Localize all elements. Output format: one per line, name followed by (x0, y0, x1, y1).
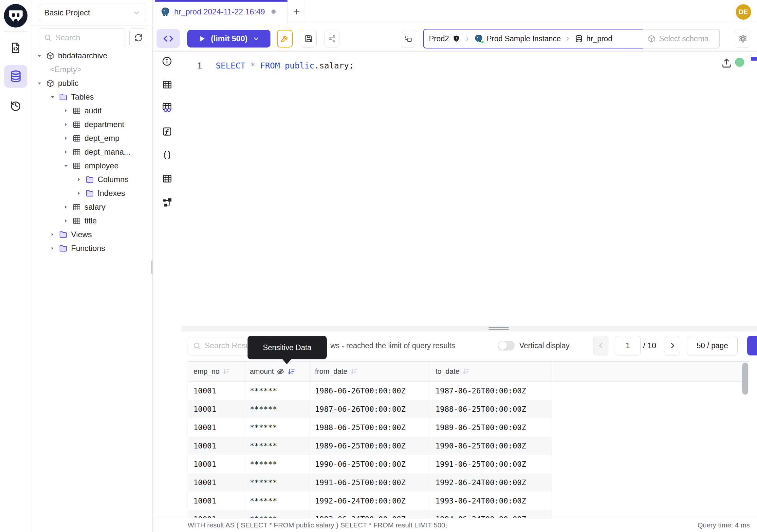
tree-item-indexes[interactable]: Indexes (31, 186, 153, 200)
add-tab-button[interactable]: + (288, 0, 306, 23)
cell-to-date[interactable]: 1987-06-26T00:00:00Z (430, 382, 552, 400)
cell-amount-masked[interactable]: ****** (244, 473, 309, 492)
tree-item-employee[interactable]: employee (31, 159, 153, 172)
next-page-button[interactable] (665, 336, 680, 356)
rail-worksheets-button[interactable] (4, 36, 27, 59)
schema-select[interactable]: Select schema (643, 29, 720, 48)
column-header-to-date[interactable]: to_date (430, 362, 552, 381)
vertical-display-toggle[interactable] (498, 341, 515, 351)
table-row[interactable]: 10001******1988-06-25T00:00:00Z1989-06-2… (188, 418, 750, 437)
tree-item-audit[interactable]: audit (31, 104, 153, 118)
connection-breadcrumb[interactable]: Prod2 Prod Sample Instance hr_prod (423, 29, 643, 48)
batch-query-button[interactable] (401, 30, 416, 47)
column-header-amount[interactable]: amount (244, 362, 309, 381)
cell-amount-masked[interactable]: ****** (244, 382, 309, 400)
table-row[interactable]: 10001******1992-06-24T00:00:00Z1993-06-2… (188, 492, 750, 510)
panel-splitter[interactable] (181, 326, 757, 331)
ai-assistant-button[interactable] (735, 30, 751, 47)
project-select[interactable]: Basic Project (39, 4, 146, 21)
code-panel-toggle[interactable] (157, 29, 180, 48)
tree-item-salary[interactable]: salary (31, 200, 153, 214)
column-header-from-date[interactable]: from_date (309, 362, 430, 381)
table-row[interactable]: 10001******1993-06-24T00:00:00Z1994-06-2… (188, 510, 750, 518)
cell-emp-no[interactable]: 10001 (188, 455, 244, 473)
cell-emp-no[interactable]: 10001 (188, 510, 244, 518)
table-row[interactable]: 10001******1987-06-26T00:00:00Z1988-06-2… (188, 400, 750, 418)
cell-amount-masked[interactable]: ****** (244, 418, 309, 437)
cell-emp-no[interactable]: 10001 (188, 400, 244, 418)
tree-item-public[interactable]: public (31, 76, 153, 90)
data-panel-button[interactable] (161, 172, 173, 184)
rail-databases-button[interactable] (4, 65, 27, 88)
table-body[interactable]: 10001******1986-06-26T00:00:00Z1987-06-2… (188, 382, 750, 518)
rail-history-button[interactable] (4, 94, 27, 117)
table-row[interactable]: 10001******1991-06-25T00:00:00Z1992-06-2… (188, 473, 750, 492)
tree-item-department[interactable]: department (31, 118, 153, 131)
cell-to-date[interactable]: 1994-06-24T00:00:00Z (430, 510, 552, 518)
bytebase-logo[interactable] (4, 4, 27, 27)
column-header-emp-no[interactable]: emp_no (188, 362, 244, 381)
sort-icon-active[interactable] (287, 367, 295, 376)
share-button[interactable] (324, 30, 340, 47)
tree-item-functions[interactable]: Functions (31, 241, 153, 255)
eye-off-icon[interactable] (276, 367, 285, 376)
tree-item-title[interactable]: title (31, 214, 153, 228)
tree-item-columns[interactable]: Columns (31, 172, 153, 186)
sql-editor[interactable] (181, 52, 757, 326)
page-size-select[interactable]: 50 / page (687, 336, 738, 356)
upload-sql-button[interactable] (721, 57, 733, 69)
schema-diagram-button[interactable] (161, 196, 173, 208)
cell-from-date[interactable]: 1990-06-25T00:00:00Z (309, 455, 430, 473)
tree-item-dept-manager[interactable]: dept_mana... (31, 145, 153, 159)
sensitive-data-panel-button[interactable] (161, 102, 173, 113)
cell-emp-no[interactable]: 10001 (188, 473, 244, 492)
cell-to-date[interactable]: 1989-06-25T00:00:00Z (430, 418, 552, 437)
table-row[interactable]: 10001******1986-06-26T00:00:00Z1987-06-2… (188, 382, 750, 400)
run-button[interactable]: (limit 500) (187, 30, 270, 47)
cell-amount-masked[interactable]: ****** (244, 492, 309, 510)
wrench-button[interactable] (277, 30, 293, 47)
chevron-down-icon[interactable] (252, 35, 260, 43)
sort-icon[interactable] (462, 367, 470, 375)
cell-from-date[interactable]: 1992-06-24T00:00:00Z (309, 492, 430, 510)
sidebar-search-input[interactable] (55, 33, 111, 42)
cell-from-date[interactable]: 1993-06-24T00:00:00Z (309, 510, 430, 518)
cell-from-date[interactable]: 1987-06-26T00:00:00Z (309, 400, 430, 418)
tree-item-bbdataarchive[interactable]: bbdataarchive (31, 49, 153, 63)
cell-emp-no[interactable]: 10001 (188, 437, 244, 455)
cell-amount-masked[interactable]: ****** (244, 455, 309, 473)
avatar[interactable]: DE (736, 4, 751, 20)
cell-amount-masked[interactable]: ****** (244, 400, 309, 418)
info-button[interactable] (161, 55, 173, 67)
cell-from-date[interactable]: 1991-06-25T00:00:00Z (309, 473, 430, 492)
tree-item-tables[interactable]: Tables (31, 90, 153, 104)
tree-item-views[interactable]: Views (31, 228, 153, 241)
table-row[interactable]: 10001******1990-06-25T00:00:00Z1991-06-2… (188, 455, 750, 473)
cell-to-date[interactable]: 1993-06-24T00:00:00Z (430, 492, 552, 510)
functions-panel-button[interactable] (161, 125, 173, 137)
page-number-input[interactable]: 1 (615, 336, 641, 356)
save-button[interactable] (301, 30, 317, 47)
cell-to-date[interactable]: 1990-06-25T00:00:00Z (430, 437, 552, 455)
cell-to-date[interactable]: 1992-06-24T00:00:00Z (430, 473, 552, 492)
tab-hr-prod[interactable]: hr_prod 2024-11-22 16:49 (155, 0, 288, 23)
table-scrollbar[interactable] (742, 363, 748, 395)
cell-emp-no[interactable]: 10001 (188, 492, 244, 510)
cell-emp-no[interactable]: 10001 (188, 382, 244, 400)
cell-from-date[interactable]: 1989-06-25T00:00:00Z (309, 437, 430, 455)
tree-item-dept-emp[interactable]: dept_emp (31, 131, 153, 145)
cell-to-date[interactable]: 1988-06-25T00:00:00Z (430, 400, 552, 418)
table-row[interactable]: 10001******1989-06-25T00:00:00Z1990-06-2… (188, 437, 750, 455)
cell-from-date[interactable]: 1986-06-26T00:00:00Z (309, 382, 430, 400)
sidebar-search[interactable] (39, 28, 125, 47)
sort-icon[interactable] (222, 367, 230, 375)
sort-icon[interactable] (350, 367, 358, 375)
cell-amount-masked[interactable]: ****** (244, 437, 309, 455)
cell-amount-masked[interactable]: ****** (244, 510, 309, 518)
refresh-button[interactable] (129, 28, 147, 47)
prev-page-button[interactable] (593, 336, 608, 356)
cell-emp-no[interactable]: 10001 (188, 418, 244, 437)
cell-to-date[interactable]: 1991-06-25T00:00:00Z (430, 455, 552, 473)
cell-from-date[interactable]: 1988-06-25T00:00:00Z (309, 418, 430, 437)
panel-action-button[interactable] (747, 336, 757, 356)
